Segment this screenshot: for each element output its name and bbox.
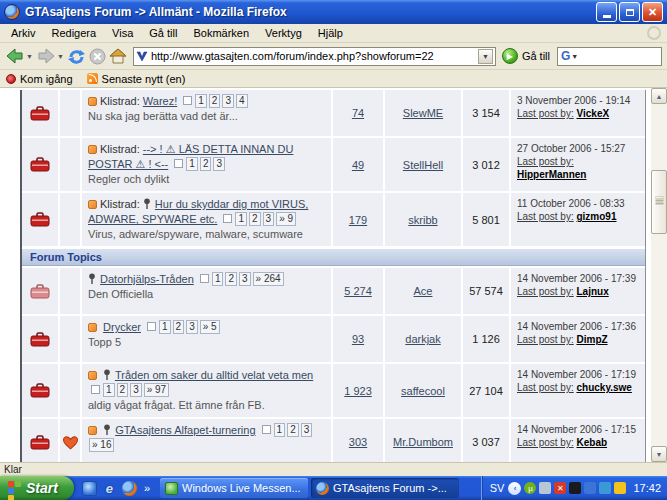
topic-title-link[interactable]: GTAsajtens Alfapet-turnering — [115, 424, 255, 436]
replies-count-link[interactable]: 5 274 — [344, 285, 372, 297]
page-button[interactable]: 2 — [200, 157, 212, 171]
topic-title-link[interactable]: Warez! — [143, 95, 177, 107]
url-dropdown-icon[interactable]: ▼ — [478, 49, 493, 64]
page-button[interactable]: 2 — [249, 212, 261, 226]
language-indicator[interactable]: SV — [490, 482, 505, 494]
last-post-user-link[interactable]: VickeX — [576, 108, 609, 119]
app-icon-black[interactable] — [569, 482, 581, 494]
internet-explorer-icon[interactable]: e — [102, 481, 117, 496]
stop-button[interactable] — [89, 48, 106, 65]
topic-starter-link[interactable]: SlewME — [403, 107, 443, 119]
replies-count-link[interactable]: 93 — [352, 333, 364, 345]
page-button[interactable]: » 9 — [276, 212, 296, 226]
topic-title-link[interactable]: Tråden om saker du alltid velat veta men — [115, 369, 313, 381]
firefox-icon[interactable] — [122, 481, 137, 496]
minimize-button[interactable] — [596, 2, 617, 22]
search-engine-dropdown-icon[interactable]: ▼ — [571, 53, 578, 60]
reload-button[interactable] — [67, 48, 86, 65]
restore-button[interactable] — [619, 2, 640, 22]
page-button[interactable]: 1 — [212, 272, 224, 286]
replies-count-link[interactable]: 74 — [352, 107, 364, 119]
url-bar[interactable]: http://www.gtasajten.com/forum/index.php… — [133, 47, 496, 66]
scrollbar-thumb[interactable] — [651, 170, 667, 234]
topic-title-link[interactable]: Drycker — [103, 321, 141, 333]
go-label[interactable]: Gå till — [522, 50, 550, 62]
page-button[interactable]: 2 — [287, 423, 299, 437]
page-button[interactable]: 3 — [213, 157, 225, 171]
task-button[interactable]: GTAsajtens Forum ->... — [311, 478, 459, 498]
page-button[interactable]: 2 — [173, 320, 185, 334]
page-button[interactable]: » 264 — [253, 272, 284, 286]
back-button[interactable]: ▼ — [5, 48, 33, 64]
page-button[interactable]: » 97 — [144, 383, 169, 397]
topic-starter-link[interactable]: Mr.Dumbom — [393, 436, 453, 448]
remote-session-icon[interactable] — [539, 482, 551, 494]
go-button[interactable]: ▶ Gå till — [502, 48, 550, 64]
scroll-down-button[interactable]: ▼ — [651, 446, 667, 462]
scroll-up-button[interactable]: ▲ — [651, 88, 667, 104]
quicklaunch-overflow-chevron[interactable]: » — [142, 482, 152, 494]
last-post-user-link[interactable]: Lajnux — [576, 286, 608, 297]
security-alert-icon[interactable]: ✕ — [554, 482, 566, 494]
page-button[interactable]: » 16 — [89, 438, 114, 452]
replies-count-link[interactable]: 303 — [349, 436, 367, 448]
page-button[interactable]: 3 — [301, 423, 313, 437]
google-search-input[interactable]: G ▼ — [557, 47, 662, 66]
page-button[interactable]: 3 — [222, 94, 234, 108]
back-dropdown-icon[interactable]: ▼ — [26, 53, 33, 60]
topic-starter-link[interactable]: Ace — [414, 285, 433, 297]
menu-arkiv[interactable]: Arkiv — [4, 25, 42, 41]
menu-redigera[interactable]: Redigera — [44, 25, 103, 41]
menu-bokmarken[interactable]: Bokmärken — [186, 25, 256, 41]
network-signal-icon[interactable] — [599, 482, 611, 494]
page-button[interactable]: 3 — [186, 320, 198, 334]
bookmark-senaste-nytt[interactable]: Senaste nytt (en) — [87, 73, 186, 85]
page-button[interactable]: 2 — [209, 94, 221, 108]
topic-starter-link[interactable]: skribb — [408, 214, 437, 226]
page-button[interactable]: 1 — [103, 383, 115, 397]
menu-visa[interactable]: Visa — [105, 25, 140, 41]
topic-starter-link[interactable]: saffecool — [401, 385, 445, 397]
page-button[interactable]: » 5 — [200, 320, 220, 334]
page-button[interactable]: 1 — [235, 212, 247, 226]
task-button[interactable]: Windows Live Messen... — [160, 478, 308, 498]
page-button[interactable]: 1 — [274, 423, 286, 437]
topic-starter-link[interactable]: darkjak — [405, 333, 440, 345]
utorrent-icon[interactable]: µ — [524, 482, 536, 494]
last-post-user-link[interactable]: gizmo91 — [576, 211, 616, 222]
replies-count-link[interactable]: 49 — [352, 159, 364, 171]
url-text[interactable]: http://www.gtasajten.com/forum/index.php… — [151, 50, 478, 62]
page-button[interactable]: 1 — [195, 94, 207, 108]
page-button[interactable]: 3 — [239, 272, 251, 286]
page-button[interactable]: 2 — [225, 272, 237, 286]
page-button[interactable]: 2 — [117, 383, 129, 397]
forward-dropdown-icon[interactable]: ▼ — [57, 53, 64, 60]
menu-hjalp[interactable]: Hjälp — [311, 25, 350, 41]
replies-count-link[interactable]: 1 923 — [344, 385, 372, 397]
menu-verktyg[interactable]: Verktyg — [258, 25, 309, 41]
bookmark-label[interactable]: Senaste nytt (en) — [102, 73, 186, 85]
last-post-user-link[interactable]: Kebab — [576, 437, 607, 448]
bookmark-label[interactable]: Kom igång — [20, 73, 73, 85]
page-button[interactable]: 3 — [130, 383, 142, 397]
last-post-user-link[interactable]: DimpZ — [576, 334, 607, 345]
start-button[interactable]: Start — [0, 476, 74, 500]
page-button[interactable]: 3 — [263, 212, 275, 226]
messenger-tray-icon[interactable] — [584, 482, 596, 494]
last-post-user-link[interactable]: HipperMannen — [517, 169, 586, 180]
topic-starter-link[interactable]: StellHell — [403, 159, 443, 171]
page-button[interactable]: 4 — [236, 94, 248, 108]
page-button[interactable]: 1 — [159, 320, 171, 334]
bookmark-kom-igang[interactable]: Kom igång — [6, 73, 73, 85]
forward-button[interactable]: ▼ — [36, 48, 64, 64]
last-post-user-link[interactable]: chucky.swe — [576, 382, 631, 393]
messenger-icon[interactable] — [82, 481, 97, 496]
update-icon[interactable] — [614, 482, 626, 494]
start-label[interactable]: Start — [26, 480, 58, 496]
menu-ga-till[interactable]: Gå till — [142, 25, 184, 41]
vertical-scrollbar[interactable]: ▲ ▼ — [651, 88, 667, 462]
clock[interactable]: 17:42 — [633, 482, 661, 494]
page-button[interactable]: 1 — [186, 157, 198, 171]
topic-title-link[interactable]: Datorhjälps-Tråden — [100, 273, 194, 285]
replies-count-link[interactable]: 179 — [349, 214, 367, 226]
